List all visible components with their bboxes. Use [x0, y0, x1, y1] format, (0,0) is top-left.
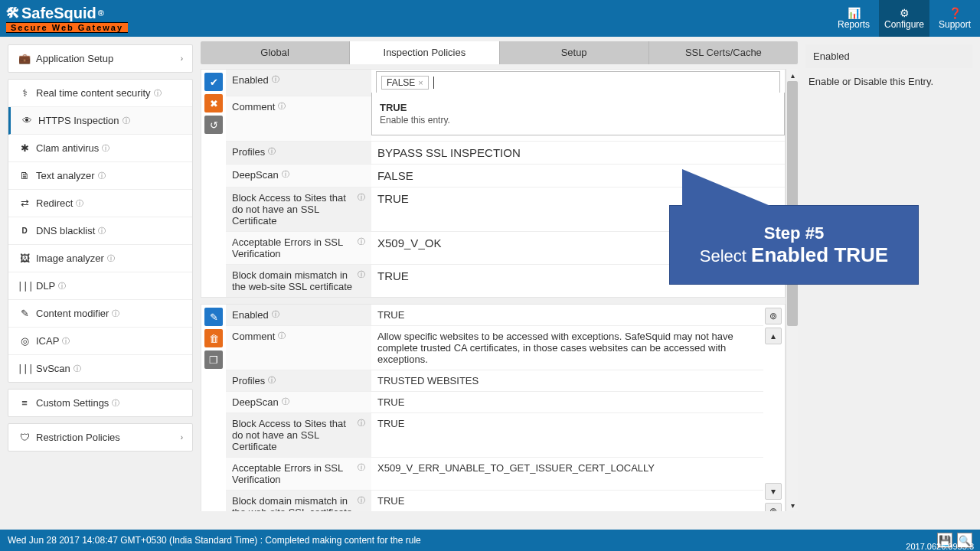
- info-icon: ⓘ: [76, 198, 83, 209]
- field-value: TRUE: [371, 305, 763, 325]
- dns-icon: D: [18, 227, 31, 235]
- sidebar: 💼 Application Setup › ⚕ Real time conten…: [0, 37, 201, 511]
- header-nav: 📊 Reports ⚙ Configure ❓ Support: [828, 0, 980, 37]
- tab-global[interactable]: Global: [201, 41, 350, 64]
- move-top-button[interactable]: ⊚: [765, 308, 782, 324]
- field-value: TRUE: [371, 392, 763, 412]
- image-icon: 🖼: [18, 253, 31, 264]
- enabled-select[interactable]: FALSE×: [376, 71, 780, 94]
- chevron-right-icon: ›: [181, 433, 183, 442]
- eye-icon: 👁: [20, 115, 34, 126]
- info-icon: ⓘ: [62, 336, 70, 347]
- tab-ssl[interactable]: SSL Certs/Cache: [649, 41, 798, 64]
- gear-icon: ⚙: [900, 7, 910, 19]
- info-icon: ⓘ: [122, 116, 130, 126]
- selected-token[interactable]: FALSE×: [381, 76, 429, 90]
- info-icon: ⓘ: [272, 309, 279, 320]
- field-label: Enabledⓘ: [226, 70, 371, 96]
- help-title: Enabled: [805, 44, 972, 68]
- scroll-up-icon[interactable]: ▴: [786, 69, 798, 81]
- chart-icon: 📊: [848, 7, 861, 19]
- tab-setup[interactable]: Setup: [500, 41, 649, 64]
- sidebar-item-custom[interactable]: ≡Custom Settingsⓘ: [8, 390, 192, 416]
- nav-support[interactable]: ❓ Support: [929, 0, 980, 37]
- info-icon: ⓘ: [278, 101, 286, 112]
- sidebar-item-dns[interactable]: DDNS blacklistⓘ: [8, 217, 192, 245]
- sidebar-group-realtime[interactable]: ⚕ Real time content securityⓘ: [8, 80, 192, 107]
- move-bottom-button[interactable]: ⊚: [765, 503, 782, 511]
- field-value[interactable]: BYPASS SSL INSPECTION: [371, 142, 785, 164]
- scroll-thumb[interactable]: [787, 81, 798, 326]
- field-value: X509_V_ERR_UNABLE_TO_GET_ISSUER_CERT_LOC…: [371, 458, 763, 490]
- sidebar-item-svscan[interactable]: ∣∣∣SvScanⓘ: [8, 355, 192, 382]
- info-icon: ⓘ: [358, 269, 365, 280]
- field-label: Acceptable Errors in SSL Verificationⓘ: [226, 458, 371, 490]
- nav-configure[interactable]: ⚙ Configure: [879, 0, 929, 37]
- delete-button[interactable]: 🗑: [204, 329, 223, 347]
- info-icon: ⓘ: [112, 308, 119, 319]
- chevron-right-icon: ›: [181, 54, 183, 63]
- info-icon: ⓘ: [98, 226, 106, 236]
- info-icon: ⓘ: [112, 398, 119, 409]
- version-text: 2017.0626.0955.3: [906, 542, 974, 551]
- status-text: Wed Jun 28 2017 14:08:47 GMT+0530 (India…: [8, 535, 421, 546]
- sidebar-item-image[interactable]: 🖼Image analyzerⓘ: [8, 245, 192, 272]
- info-icon: ⓘ: [102, 143, 109, 154]
- tutorial-callout: Step #5 Select Enabled TRUE: [669, 205, 919, 285]
- cancel-button[interactable]: ✖: [204, 94, 223, 112]
- field-label: Block Access to Sites that do not have a…: [226, 187, 371, 231]
- sidebar-item-https[interactable]: 👁HTTPS Inspectionⓘ: [8, 107, 192, 135]
- dropdown-menu: TRUE Enable this entry.: [371, 93, 785, 135]
- info-icon: ⓘ: [278, 331, 286, 341]
- sidebar-item-content[interactable]: ✎Content modifierⓘ: [8, 300, 192, 328]
- save-button[interactable]: ✔: [204, 73, 223, 91]
- callout-instruction: Select Enabled TRUE: [700, 243, 888, 267]
- sidebar-item-app-setup[interactable]: 💼 Application Setup ›: [8, 45, 192, 72]
- clone-button[interactable]: ❐: [204, 350, 223, 369]
- info-icon: ⓘ: [282, 396, 289, 407]
- sidebar-item-clam[interactable]: ✱Clam antivirusⓘ: [8, 135, 192, 162]
- info-icon: ⓘ: [154, 88, 162, 99]
- config-tabs: Global Inspection Policies Setup SSL Cer…: [201, 41, 798, 64]
- logo-text: SafeSquid: [21, 5, 96, 22]
- tab-inspection[interactable]: Inspection Policies: [350, 41, 499, 64]
- field-label: Commentⓘ: [226, 326, 371, 370]
- scroll-down-icon[interactable]: ▾: [786, 499, 798, 511]
- field-label: Block domain mismatch in the web-site SS…: [226, 265, 371, 297]
- info-icon: ⓘ: [107, 253, 115, 264]
- sidebar-item-icap[interactable]: ◎ICAPⓘ: [8, 328, 192, 355]
- wrench-icon: 🛠: [6, 5, 20, 21]
- barcode-icon: ∣∣∣: [18, 363, 31, 374]
- edit-button[interactable]: ✎: [204, 308, 223, 326]
- document-icon: 🗎: [18, 170, 31, 181]
- security-icon: ⚕: [18, 87, 31, 99]
- field-value: TRUE: [371, 413, 763, 457]
- field-label: DeepScanⓘ: [226, 165, 371, 187]
- edit-icon: ✎: [18, 308, 31, 319]
- field-label: DeepScanⓘ: [226, 392, 371, 412]
- status-bar: Wed Jun 28 2017 14:08:47 GMT+0530 (India…: [0, 530, 980, 551]
- info-icon: ⓘ: [358, 418, 365, 429]
- move-up-button[interactable]: ▴: [765, 328, 782, 344]
- nav-reports[interactable]: 📊 Reports: [828, 0, 879, 37]
- logo: 🛠 SafeSquid ® Secure Web Gateway: [0, 5, 128, 33]
- field-label: Profilesⓘ: [226, 142, 371, 164]
- remove-token-icon[interactable]: ×: [418, 78, 423, 87]
- sidebar-item-dlp[interactable]: ∣∣∣DLPⓘ: [8, 272, 192, 300]
- move-down-button[interactable]: ▾: [765, 483, 782, 500]
- scrollbar[interactable]: ▴ ▾: [786, 69, 798, 511]
- info-icon: ⓘ: [268, 146, 276, 157]
- briefcase-icon: 💼: [18, 53, 31, 64]
- text-cursor: [433, 77, 434, 89]
- info-icon: ⓘ: [268, 375, 276, 386]
- logo-subtitle: Secure Web Gateway: [6, 22, 128, 33]
- sidebar-item-redirect[interactable]: ⇄Redirectⓘ: [8, 190, 192, 217]
- info-icon: ⓘ: [272, 74, 279, 85]
- dropdown-option-true[interactable]: TRUE: [380, 102, 776, 113]
- revert-button[interactable]: ↺: [204, 116, 223, 134]
- sidebar-item-text[interactable]: 🗎Text analyzerⓘ: [8, 162, 192, 190]
- app-header: 🛠 SafeSquid ® Secure Web Gateway 📊 Repor…: [0, 0, 980, 37]
- field-value: TRUE: [371, 491, 763, 511]
- help-icon: ❓: [949, 7, 962, 19]
- sidebar-item-restriction[interactable]: 🛡Restriction Policies›: [8, 424, 192, 451]
